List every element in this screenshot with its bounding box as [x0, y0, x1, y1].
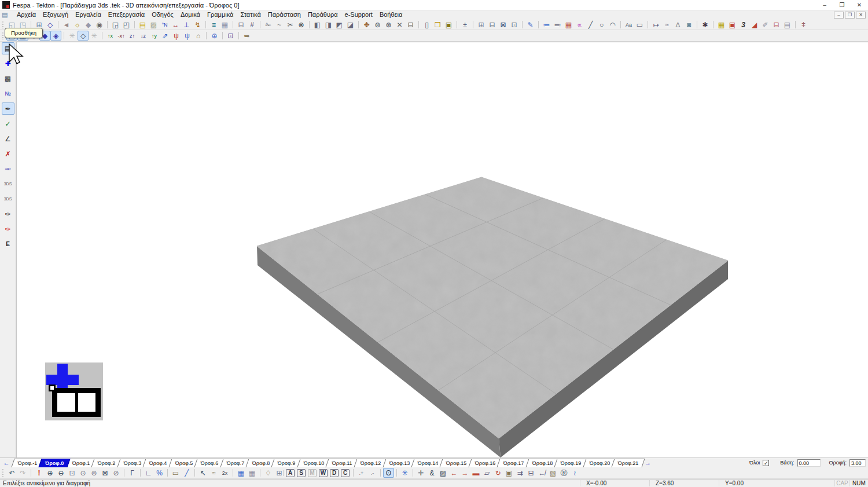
beam-icon[interactable]: ▬ — [470, 468, 481, 478]
zoom-in-icon[interactable]: ⊕ — [45, 468, 56, 478]
point-add-icon[interactable]: .+ — [356, 468, 367, 478]
grid-ref-icon[interactable]: # — [247, 20, 258, 30]
quick-print-icon[interactable]: ⊟ — [405, 20, 416, 30]
renumber-icon[interactable]: № — [2, 87, 14, 100]
mdi-restore-button[interactable]: ❐ — [845, 12, 855, 19]
window-p-icon[interactable]: ◧ — [312, 20, 323, 30]
menu-edit[interactable]: Επεξεργασία — [105, 10, 148, 19]
letter-w-icon[interactable]: W — [319, 469, 328, 477]
cube-3d-icon[interactable]: ◇ — [45, 20, 56, 30]
menu-tools[interactable]: Εργαλεία — [72, 10, 105, 19]
table-yellow-icon[interactable]: ▦ — [716, 20, 727, 30]
letter-a-icon[interactable]: A — [286, 469, 295, 477]
tab-storey-21[interactable]: Όροφ.21 — [612, 459, 646, 467]
monitor-icon[interactable]: ⊡ — [225, 31, 236, 41]
break-icon[interactable]: ↚ — [536, 468, 547, 478]
table-edit-icon[interactable]: ▦ — [236, 468, 247, 478]
hatch-entity-icon[interactable]: ▧ — [547, 468, 558, 478]
photo-icon[interactable]: ◙ — [683, 20, 694, 30]
base-field[interactable]: 0.00 — [797, 459, 821, 467]
slope-icon[interactable]: % — [154, 468, 165, 478]
mesh-icon[interactable]: ▩ — [2, 72, 14, 85]
region-icon[interactable]: Ⓡ — [558, 468, 569, 478]
zoom-out-icon[interactable]: ⊖ — [56, 468, 67, 478]
scale-2x-icon[interactable]: 2x — [219, 468, 230, 478]
roof-red-icon[interactable]: ◢ — [749, 20, 760, 30]
mouse-icon[interactable]: ʘ — [383, 468, 394, 478]
spline-icon[interactable]: ≀ — [569, 468, 580, 478]
list-add-icon[interactable]: ≔ — [541, 20, 552, 30]
menu-export[interactable]: Εξαγωγή — [39, 10, 72, 19]
axes-dimension-icon[interactable]: ± — [459, 20, 470, 30]
toolbar-grip[interactable] — [2, 469, 3, 477]
terrain-icon[interactable]: ≈ — [208, 468, 219, 478]
circle-icon[interactable]: ○ — [596, 20, 607, 30]
axes-star-2-icon[interactable]: ✳ — [89, 31, 100, 41]
load-view-icon[interactable]: ◰ — [121, 20, 132, 30]
constraint-icon[interactable]: & — [426, 468, 437, 478]
axes-3d-move-icon[interactable]: ψ — [182, 31, 193, 41]
draw-line-icon[interactable]: ╱ — [181, 468, 192, 478]
snap-star-icon[interactable]: ✳ — [399, 468, 410, 478]
sweep-icon[interactable]: ↯ — [192, 20, 203, 30]
orbit-icon[interactable]: ⊕ — [209, 31, 220, 41]
insert-opening-icon[interactable]: ⇒▫ — [2, 163, 14, 175]
menu-linear[interactable]: Γραμμικά — [204, 10, 237, 19]
axes-3d-icon[interactable]: ψ — [171, 31, 182, 41]
view-plus-x-icon[interactable]: ↑x — [105, 31, 116, 41]
plan-view-icon[interactable]: Γ — [127, 468, 138, 478]
point-remove-icon[interactable]: .- — [367, 468, 378, 478]
calculator-icon[interactable]: ▦ — [219, 20, 230, 30]
list-info-icon[interactable]: ≕ — [552, 20, 563, 30]
material-icon[interactable]: ◆ — [83, 20, 94, 30]
dimension-icon[interactable]: ↔ — [170, 20, 181, 30]
redo-icon[interactable]: ↷ — [17, 468, 28, 478]
axes-star-icon[interactable]: ✳ — [67, 31, 78, 41]
new-file-icon[interactable]: ▯ — [421, 20, 432, 30]
print-setup-icon[interactable]: ⊡ — [509, 20, 520, 30]
extend-icon[interactable]: ⇉ — [514, 468, 525, 478]
close-button[interactable]: ✕ — [851, 0, 868, 10]
list-icon[interactable]: ≡ — [208, 20, 219, 30]
letter-s-icon[interactable]: S — [297, 469, 306, 477]
view-plus-y-icon[interactable]: ↑y — [149, 31, 160, 41]
view-plus-z-icon[interactable]: z↑ — [127, 31, 138, 41]
menu-guide[interactable]: Οδηγός — [148, 10, 177, 19]
mdi-minimize-button[interactable]: – — [834, 12, 844, 19]
joint-icon[interactable]: ∝ — [574, 20, 585, 30]
import-3ds-icon[interactable]: 3DS — [2, 193, 14, 205]
pan-icon[interactable]: ✥ — [361, 20, 372, 30]
menu-esupport[interactable]: e-Support — [341, 10, 376, 19]
window-f-icon[interactable]: ◨ — [323, 20, 334, 30]
copy-icon[interactable]: ⊞ — [476, 20, 487, 30]
zoom-dynamic-icon[interactable]: ⊚ — [89, 468, 100, 478]
letter-d-icon[interactable]: D — [330, 469, 339, 477]
scissors-icon[interactable]: ✂ — [285, 20, 296, 30]
view-minus-z-icon[interactable]: ↓z — [138, 31, 149, 41]
table-icon[interactable]: ▦ — [247, 468, 258, 478]
three-d-icon[interactable]: 3 — [738, 20, 749, 30]
area-icon[interactable]: ∆ — [672, 20, 683, 30]
save-view-icon[interactable]: ◲ — [110, 20, 121, 30]
zoom-window-icon[interactable]: ⊡ — [67, 468, 78, 478]
menu-files[interactable]: Αρχεία — [13, 10, 39, 19]
trim-left-icon[interactable]: ← — [448, 468, 459, 478]
zoom-previous-icon[interactable]: ⊙ — [78, 468, 89, 478]
minimize-button[interactable]: – — [816, 0, 833, 10]
tools-icon[interactable]: ✱ — [700, 20, 711, 30]
save-file-icon[interactable]: ▣ — [443, 20, 454, 30]
toolbar-grip[interactable] — [2, 21, 3, 28]
zoom-off-icon[interactable]: ⊘ — [111, 468, 122, 478]
menu-help[interactable]: Βοήθεια — [376, 10, 406, 19]
window-u-icon[interactable]: ◩ — [334, 20, 345, 30]
arc-icon[interactable]: ◠ — [607, 20, 618, 30]
all-storeys-checkbox[interactable]: ✓ — [763, 460, 769, 466]
image-entity-icon[interactable]: ▣ — [503, 468, 514, 478]
view-minus-x-icon[interactable]: -x↑ — [116, 31, 127, 41]
snap-node-icon[interactable]: ↖ — [197, 468, 208, 478]
print-icon[interactable]: ⊟ — [487, 20, 498, 30]
maximize-button[interactable]: ❐ — [833, 0, 851, 10]
prev-storey-icon[interactable]: ← — [0, 459, 13, 466]
grid-red-icon[interactable]: ▦ — [563, 20, 574, 30]
light-icon[interactable]: ☼ — [72, 20, 83, 30]
